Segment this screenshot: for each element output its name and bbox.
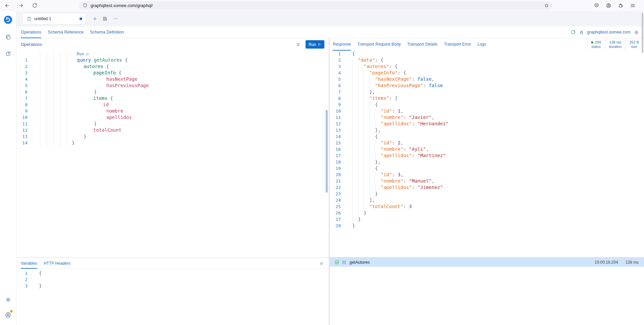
tab-operations[interactable]: Operations — [21, 26, 41, 38]
editor-line[interactable]: 14} — [16, 140, 329, 146]
editor-line[interactable]: 5"hasNextPage": false, — [330, 76, 644, 82]
variables-tab-variables[interactable]: Variables — [21, 258, 37, 269]
app-logo-icon[interactable] — [3, 15, 13, 24]
editor-line[interactable]: 7items { — [16, 95, 329, 102]
editor-line[interactable]: 25"totalCount": 3 — [330, 203, 644, 210]
response-tab-transport-request-body[interactable]: Transport Request Body — [357, 38, 401, 51]
editor-line[interactable]: 17"apellidos": "Martinez" — [330, 152, 644, 159]
pocket-icon[interactable] — [592, 1, 601, 10]
reload-button[interactable] — [30, 1, 39, 10]
response-tab-logs[interactable]: Logs — [478, 38, 486, 51]
indent-guide — [352, 146, 353, 152]
chevron-double-down-icon[interactable] — [318, 260, 325, 267]
prettify-icon[interactable] — [295, 41, 302, 48]
editor-line[interactable]: 8id — [16, 102, 329, 108]
extensions-icon[interactable] — [616, 1, 625, 10]
documents-icon[interactable] — [4, 33, 12, 41]
variables-tab-http-headers[interactable]: HTTP Headers — [44, 258, 70, 269]
document-tab[interactable]: untitled 1 — [22, 13, 86, 24]
back-button[interactable] — [3, 1, 11, 10]
variables-editor[interactable]: 1{23} — [16, 269, 329, 325]
indent-guide — [358, 184, 358, 191]
editor-line[interactable]: 28} — [330, 222, 644, 229]
editor-line[interactable]: 6"hasPreviousPage": false — [330, 82, 644, 89]
account-avatar-icon[interactable] — [4, 311, 12, 319]
tab-schema-definition[interactable]: Schema Definition — [90, 26, 124, 38]
editor-line[interactable]: 22"apellidos": "Jimenez" — [330, 184, 644, 191]
code-token: totalCount — [93, 127, 121, 133]
editor-line[interactable]: 10apellidos — [16, 114, 329, 121]
editor-scrollbar-thumb[interactable] — [326, 110, 328, 193]
history-icon[interactable] — [4, 50, 12, 58]
app-sidebar — [0, 11, 16, 325]
response-tab-response[interactable]: Response — [333, 38, 351, 51]
editor-line[interactable]: 5hasPreviousPage — [16, 82, 329, 89]
editor-line[interactable]: 24], — [330, 197, 644, 203]
editor-line[interactable]: 9{ — [330, 102, 644, 108]
code-token: items — [93, 95, 110, 101]
tab-schema-reference[interactable]: Schema Reference — [48, 26, 84, 38]
notification-dot — [10, 310, 13, 313]
editor-line[interactable]: 20"id": 3, — [330, 172, 644, 178]
line-number: 2 — [16, 63, 31, 70]
new-document-button[interactable] — [91, 15, 99, 23]
editor-line[interactable]: 10"id": 1, — [330, 108, 644, 114]
editor-line[interactable]: 9nombre — [16, 108, 329, 114]
editor-line[interactable]: 16"nombre": "Ayli", — [330, 146, 644, 152]
editor-line[interactable]: 13}, — [330, 127, 644, 133]
lock-icon[interactable] — [579, 30, 584, 35]
editor-line[interactable]: 21"nombre": "Manuel", — [330, 178, 644, 184]
operation-result-row[interactable]: getAutores 19:00:19.204 138 ms — [330, 257, 644, 267]
more-options-button[interactable] — [112, 15, 120, 23]
editor-line[interactable]: 13} — [16, 133, 329, 140]
editor-line[interactable]: 19{ — [330, 165, 644, 172]
connection-settings-gear-icon[interactable] — [634, 29, 639, 35]
editor-line[interactable]: 12"apellidos": "Hernandez" — [330, 121, 644, 127]
editor-line[interactable]: 3} — [16, 283, 329, 289]
response-tab-transport-details[interactable]: Transport Details — [407, 38, 438, 51]
editor-line[interactable]: 26} — [330, 210, 644, 216]
editor-line[interactable]: 2 — [16, 276, 329, 283]
shield-icon[interactable] — [83, 3, 88, 8]
url-bar[interactable]: graphqltest.somee.com/graphql/ — [79, 1, 552, 10]
editor-line[interactable]: 3"autores": { — [330, 63, 644, 70]
editor-line[interactable]: 11"nombre": "Javier", — [330, 114, 644, 121]
editor-line[interactable]: 1{ — [16, 270, 329, 276]
editor-line[interactable]: 1query getAutores { — [16, 57, 329, 63]
editor-line[interactable]: 8"items": [ — [330, 95, 644, 102]
operations-editor[interactable]: Run ▷1query getAutores {2autores {3pageI… — [16, 51, 329, 258]
forward-button[interactable] — [16, 1, 25, 10]
editor-line[interactable]: Run ▷ — [16, 51, 329, 57]
run-button[interactable]: Run — [306, 40, 324, 49]
indent-guide — [364, 152, 364, 159]
settings-gear-icon[interactable] — [4, 296, 12, 304]
editor-line[interactable]: 15"id": 2, — [330, 140, 644, 146]
code-token: , — [400, 172, 403, 177]
status-duration: 138 ms duration — [605, 38, 625, 51]
indent-guide — [60, 89, 60, 95]
code-token: "totalCount" — [369, 204, 403, 209]
window-scrollbar-thumb[interactable] — [642, 13, 643, 53]
editor-line[interactable]: 3pageInfo { — [16, 70, 329, 76]
editor-line[interactable]: 6} — [16, 89, 329, 95]
editor-line[interactable]: 4"pageInfo": { — [330, 70, 644, 76]
editor-line[interactable]: 18}, — [330, 159, 644, 165]
editor-line[interactable]: 23} — [330, 191, 644, 197]
line-number: 5 — [16, 82, 31, 89]
bookmark-star-icon[interactable] — [544, 3, 549, 8]
editor-line[interactable]: 2autores { — [16, 63, 329, 70]
save-button[interactable] — [101, 15, 109, 23]
editor-line[interactable]: 4hasNextPage — [16, 76, 329, 82]
editor-line[interactable]: 2"data": { — [330, 57, 644, 63]
menu-icon[interactable] — [628, 1, 637, 10]
editor-line[interactable]: 7}, — [330, 89, 644, 95]
editor-line[interactable]: 11} — [16, 121, 329, 127]
indent-guide — [364, 140, 364, 146]
editor-line[interactable]: 12totalCount — [16, 127, 329, 133]
account-icon[interactable] — [604, 1, 613, 10]
response-tab-transport-error[interactable]: Transport Error — [444, 38, 471, 51]
editor-line[interactable]: 27} — [330, 216, 644, 222]
editor-line[interactable]: 1{ — [330, 51, 644, 57]
editor-line[interactable]: 14{ — [330, 133, 644, 140]
connection-status-icon[interactable] — [571, 29, 576, 35]
